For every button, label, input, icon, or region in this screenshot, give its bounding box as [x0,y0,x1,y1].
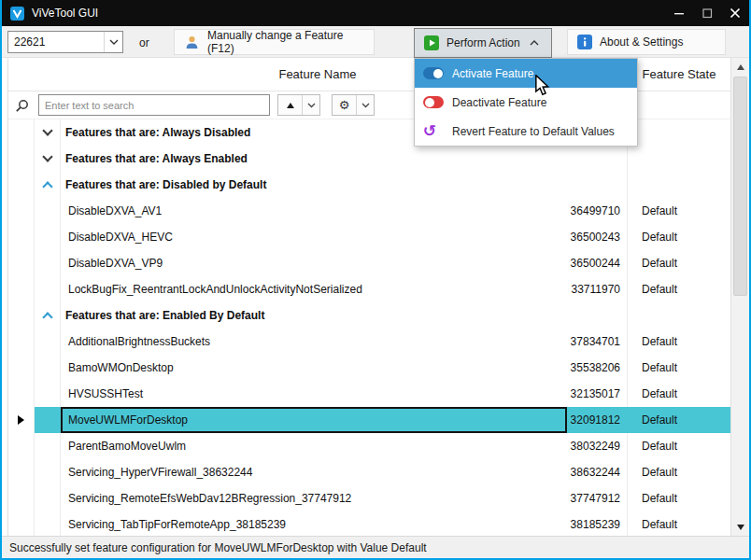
minimize-button[interactable] [665,0,693,26]
row-gutter [8,329,35,355]
menu-item-label: Deactivate Feature [452,96,546,109]
scroll-up-button[interactable] [731,59,749,75]
row-indent [35,250,61,276]
app-icon [10,7,24,21]
feature-row[interactable]: Servicing_RemoteEfsWebDav12BRegression_3… [8,485,730,511]
feature-state-cell: Default [627,485,730,511]
feature-name-cell[interactable]: DisableDXVA_HEVC [61,224,567,250]
titlebar: ViVeTool GUI [2,0,749,26]
or-label: or [139,36,149,49]
search-input[interactable] [38,94,270,116]
feature-name-cell[interactable]: ParentBamoMoveUwlm [61,433,567,459]
scrollbar-thumb[interactable] [733,77,747,296]
feature-row[interactable]: HVSUSSHTest32135017Default [8,381,730,407]
menu-item-icon: ↺ [423,123,452,139]
menu-item-revert-feature-to-default-values[interactable]: ↺Revert Feature to Default Values [415,117,637,146]
row-gutter [8,250,35,276]
feature-id-cell: 32091812 [567,407,627,433]
row-indent [35,198,61,224]
group-row[interactable]: Features that are: Always Enabled [8,146,730,172]
chevron-up-icon [530,40,539,46]
perform-action-label: Perform Action [446,36,520,49]
current-row-arrow-icon [18,415,24,425]
feature-row[interactable]: LockBugFix_ReentrantLockAndUnlockActivit… [8,276,730,302]
feature-name-cell[interactable]: DisableDXVA_AV1 [61,198,567,224]
vertical-scrollbar[interactable] [730,58,749,536]
feature-state-cell: Default [627,433,730,459]
chevron-down-icon[interactable] [104,32,122,52]
group-expander[interactable] [35,119,61,146]
group-expander[interactable] [35,302,61,329]
group-expander[interactable] [35,172,61,198]
about-settings-button[interactable]: About & Settings [567,29,726,55]
group-row[interactable]: Features that are: Enabled By Default [8,302,730,329]
feature-name-cell[interactable]: Servicing_TabTipForRemoteApp_38185239 [61,511,567,538]
row-gutter [8,198,35,224]
feature-name-cell[interactable]: DisableDXVA_VP9 [61,250,567,276]
menu-item-deactivate-feature[interactable]: Deactivate Feature [415,88,637,117]
feature-name-cell[interactable]: AdditionalBrightnessBuckets [61,329,567,355]
row-indent [35,485,61,511]
feature-row[interactable]: ParentBamoMoveUwlm38032249Default [8,433,730,459]
manually-change-feature-button[interactable]: Manually change a Feature (F12) [174,29,375,55]
chevron-down-icon[interactable] [356,95,374,115]
group-state-spacer [627,172,730,198]
row-indent [35,459,61,485]
feature-name-cell[interactable]: Servicing_RemoteEfsWebDav12BRegression_3… [61,485,567,511]
scroll-down-button[interactable] [731,519,749,535]
grid-settings-split-button[interactable]: ⚙ [332,94,375,116]
feature-row[interactable]: MoveUWLMForDesktop32091812Default [8,407,730,433]
feature-name-cell[interactable]: BamoWMOnDesktop [61,355,567,381]
feature-id-cell: 32135017 [567,381,627,407]
feature-state-cell: Default [627,250,730,276]
group-expander[interactable] [35,146,61,172]
perform-action-button[interactable]: Perform Action [414,28,552,58]
feature-row[interactable]: DisableDXVA_VP936500244Default [8,250,730,276]
feature-name-cell[interactable]: MoveUWLMForDesktop [61,407,567,433]
group-label: Features that are: Always Enabled [61,146,627,172]
close-button[interactable] [721,0,749,26]
feature-state-cell: Default [627,459,730,485]
feature-row[interactable]: DisableDXVA_HEVC36500243Default [8,224,730,250]
gear-icon[interactable]: ⚙ [333,95,356,115]
row-indent [35,511,61,538]
feature-id-cell: 37834701 [567,329,627,355]
menu-item-activate-feature[interactable]: Activate Feature [415,59,637,88]
about-settings-label: About & Settings [600,35,683,49]
chevron-up-icon [42,181,52,191]
group-state-spacer [627,146,730,172]
sort-ascending-icon[interactable] [278,95,302,115]
feature-name-cell[interactable]: HVSUSSHTest [61,381,567,407]
row-gutter [8,355,35,381]
feature-id-cell: 38632244 [567,459,627,485]
row-indent [35,224,61,250]
play-icon [424,35,439,50]
feature-state-cell: Default [627,276,730,302]
row-gutter [8,224,35,250]
feature-name-cell[interactable]: LockBugFix_ReentrantLockAndUnlockActivit… [61,276,567,302]
feature-row[interactable]: BamoWMOnDesktop35538206Default [8,355,730,381]
row-indent [35,381,61,407]
group-state-spacer [627,302,730,329]
build-combobox[interactable]: 22621 [7,31,123,53]
feature-state-cell: Default [627,407,730,433]
triangle-down-icon [737,525,744,530]
feature-id-cell: 36499710 [567,198,627,224]
feature-name-cell[interactable]: Servicing_HyperVFirewall_38632244 [61,459,567,485]
row-indent [35,433,61,459]
row-indent [35,329,61,355]
maximize-button[interactable] [693,0,721,26]
chevron-down-icon[interactable] [302,95,319,115]
feature-row[interactable]: Servicing_TabTipForRemoteApp_38185239381… [8,511,730,538]
column-header-feature-state[interactable]: Feature State [627,58,730,91]
feature-row[interactable]: Servicing_HyperVFirewall_386322443863224… [8,459,730,485]
sort-split-button[interactable] [277,94,320,116]
feature-row[interactable]: AdditionalBrightnessBuckets37834701Defau… [8,329,730,355]
feature-row[interactable]: DisableDXVA_AV136499710Default [8,198,730,224]
toolbar: 22621 or Manually change a Feature (F12)… [2,26,749,58]
group-row[interactable]: Features that are: Disabled by Default [8,172,730,198]
menu-item-icon [423,96,452,108]
row-gutter [8,381,35,407]
row-gutter [8,485,35,511]
feature-state-cell: Default [627,381,730,407]
